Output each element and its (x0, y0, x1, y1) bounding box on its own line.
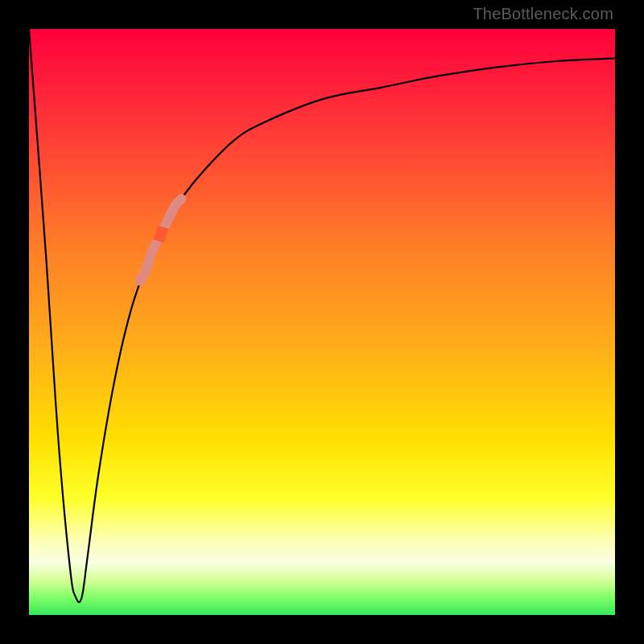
bottleneck-curve-path (29, 29, 615, 602)
chart-frame: TheBottleneck.com (0, 0, 644, 644)
plot-area (29, 29, 615, 615)
curve-highlight-gap (159, 227, 163, 241)
curve-svg (29, 29, 615, 615)
watermark-text: TheBottleneck.com (473, 5, 613, 23)
